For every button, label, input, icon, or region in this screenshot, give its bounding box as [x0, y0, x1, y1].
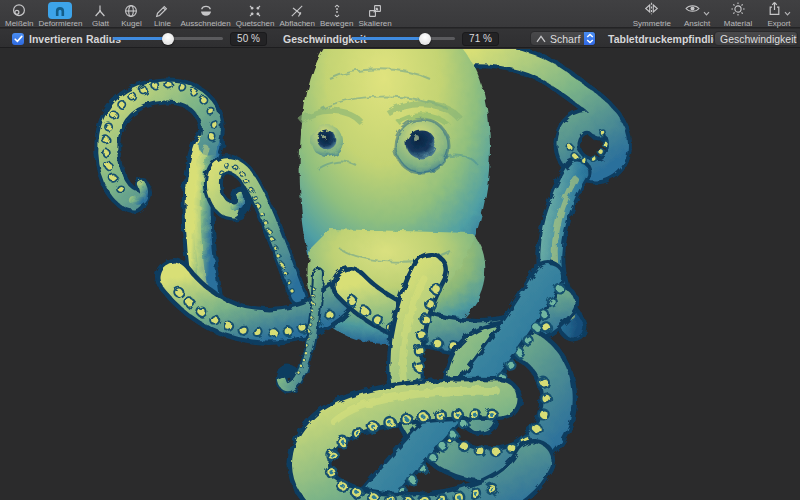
tool-label: Ausschneiden	[180, 20, 230, 28]
tool-symmetrie[interactable]: Symmetrie	[633, 2, 671, 28]
sun-icon	[730, 1, 746, 21]
tool-label: Skalieren	[358, 20, 391, 28]
tool-label: Glatt	[92, 20, 109, 28]
tablet-value: Geschwindigkeit	[720, 33, 800, 45]
tool-meisseln[interactable]: Meißeln	[5, 2, 33, 28]
tool-linie[interactable]: Linie	[149, 2, 175, 28]
tool-label: Quetschen	[236, 20, 275, 28]
flatten-icon	[289, 2, 305, 19]
tool-label: Linie	[154, 20, 171, 28]
tool-bewegen[interactable]: Bewegen	[320, 2, 353, 28]
radius-value: 50 %	[230, 32, 267, 46]
chevron-down-icon	[784, 2, 791, 20]
slice-icon	[198, 2, 214, 19]
tool-quetschen[interactable]: Quetschen	[236, 2, 275, 28]
speed-slider-thumb[interactable]	[419, 33, 431, 45]
symmetry-icon	[643, 1, 660, 20]
octopus-model	[0, 49, 800, 500]
tool-group: Meißeln Deformieren Glatt Kugel	[5, 2, 392, 28]
smooth-icon	[92, 2, 108, 19]
falloff-dropdown[interactable]: Scharf	[530, 31, 596, 46]
pinch-icon	[247, 2, 263, 19]
tool-ausschneiden[interactable]: Ausschneiden	[180, 2, 230, 28]
tool-label: Ansicht	[684, 20, 710, 28]
eye-icon	[684, 1, 701, 20]
tool-label: Export	[767, 20, 790, 28]
tool-abflachen[interactable]: Abflachen	[279, 2, 315, 28]
speed-slider[interactable]	[352, 37, 455, 40]
tool-export[interactable]: Export	[764, 2, 794, 28]
tool-label: Bewegen	[320, 20, 353, 28]
tool-deformieren[interactable]: Deformieren	[38, 2, 82, 28]
tool-glatt[interactable]: Glatt	[87, 2, 113, 28]
tool-ansicht[interactable]: Ansicht	[682, 2, 712, 28]
tool-label: Kugel	[121, 20, 141, 28]
tool-skalieren[interactable]: Skalieren	[358, 2, 391, 28]
falloff-value: Scharf	[550, 33, 584, 45]
scale-icon	[367, 2, 383, 19]
sphere-icon	[123, 2, 139, 19]
magnet-icon	[48, 2, 72, 19]
radius-slider-fill	[113, 37, 168, 40]
tool-label: Abflachen	[279, 20, 315, 28]
tool-label: Material	[724, 20, 752, 28]
invert-label: Invertieren	[29, 33, 83, 45]
radius-slider-thumb[interactable]	[162, 33, 174, 45]
tool-material[interactable]: Material	[723, 2, 753, 28]
tool-group-right: Symmetrie Ansicht Material	[633, 2, 794, 28]
move-icon	[329, 2, 345, 19]
speed-value: 71 %	[462, 32, 499, 46]
pencil-icon	[154, 2, 170, 19]
tool-label: Deformieren	[38, 20, 82, 28]
sculpt-viewport[interactable]	[0, 49, 800, 500]
radius-slider[interactable]	[113, 37, 223, 40]
tool-label: Meißeln	[5, 20, 33, 28]
stepper-arrows-icon	[584, 32, 595, 45]
brush-options-bar: Invertieren Radius 50 % Geschwindigkeit …	[0, 29, 800, 48]
falloff-sharp-icon	[536, 35, 546, 43]
tool-label: Symmetrie	[633, 20, 671, 28]
app-window: Meißeln Deformieren Glatt Kugel	[0, 0, 800, 500]
main-toolbar: Meißeln Deformieren Glatt Kugel	[0, 0, 800, 28]
chisel-icon	[11, 2, 27, 19]
invert-checkbox[interactable]	[12, 33, 24, 45]
tool-kugel[interactable]: Kugel	[118, 2, 144, 28]
share-icon	[767, 1, 782, 20]
tablet-dropdown[interactable]: Geschwindigkeit	[714, 31, 798, 46]
chevron-down-icon	[703, 2, 710, 20]
speed-slider-fill	[352, 37, 425, 40]
